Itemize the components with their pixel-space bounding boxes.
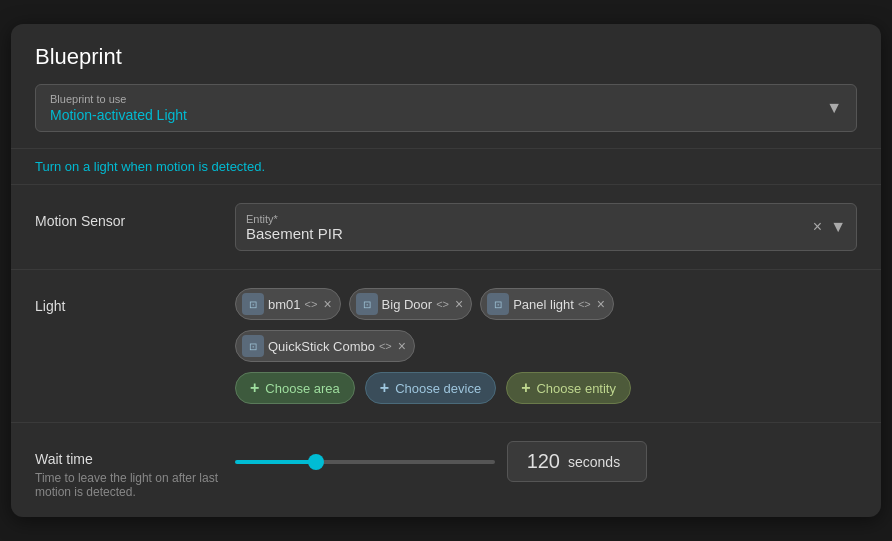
chip-panel-light: ⊡ Panel light <> ×	[480, 288, 614, 320]
light-label: Light	[35, 288, 235, 314]
blueprint-card: Blueprint Blueprint to use Motion-activa…	[11, 24, 881, 517]
blueprint-description: Turn on a light when motion is detected.	[11, 149, 881, 185]
entity-field-value: Basement PIR	[246, 225, 811, 242]
add-area-label: Choose area	[265, 381, 339, 396]
wait-time-value-box: 120 seconds	[507, 441, 647, 482]
light-chips-row2: ⊡ QuickStick Combo <> ×	[235, 330, 857, 362]
entity-clear-icon[interactable]: ×	[811, 216, 824, 238]
chip-icon-panel-light: ⊡	[487, 293, 509, 315]
chip-remove-panel-light[interactable]: ×	[597, 296, 605, 312]
motion-sensor-row: Motion Sensor Entity* Basement PIR × ▼	[11, 185, 881, 270]
add-device-plus-icon: +	[380, 379, 389, 397]
wait-time-row: Wait time Time to leave the light on aft…	[11, 423, 881, 517]
chip-label-panel-light: Panel light	[513, 297, 574, 312]
add-device-button[interactable]: + Choose device	[365, 372, 496, 404]
wait-time-content: 120 seconds	[235, 441, 857, 482]
chip-code-bm01[interactable]: <>	[305, 298, 318, 310]
light-row: Light ⊡ bm01 <> × ⊡ Big Door <> ×	[11, 270, 881, 423]
chip-code-panel-light[interactable]: <>	[578, 298, 591, 310]
chip-label-quickstick: QuickStick Combo	[268, 339, 375, 354]
add-entity-plus-icon: +	[521, 379, 530, 397]
chip-quickstick: ⊡ QuickStick Combo <> ×	[235, 330, 415, 362]
blueprint-selector[interactable]: Blueprint to use Motion-activated Light …	[35, 84, 857, 132]
wait-time-value: 120	[520, 450, 560, 473]
add-area-plus-icon: +	[250, 379, 259, 397]
wait-time-unit: seconds	[568, 454, 620, 470]
chip-code-quickstick[interactable]: <>	[379, 340, 392, 352]
chip-big-door: ⊡ Big Door <> ×	[349, 288, 473, 320]
wait-time-label: Wait time	[35, 451, 235, 467]
entity-actions: × ▼	[811, 216, 846, 238]
light-content: ⊡ bm01 <> × ⊡ Big Door <> × ⊡ Panel ligh…	[235, 288, 857, 404]
entity-field-inner: Entity* Basement PIR	[246, 213, 811, 242]
chip-remove-quickstick[interactable]: ×	[398, 338, 406, 354]
chip-remove-big-door[interactable]: ×	[455, 296, 463, 312]
motion-sensor-content: Entity* Basement PIR × ▼	[235, 203, 857, 251]
add-entity-button[interactable]: + Choose entity	[506, 372, 631, 404]
chip-remove-bm01[interactable]: ×	[323, 296, 331, 312]
chip-icon-quickstick: ⊡	[242, 335, 264, 357]
motion-sensor-label: Motion Sensor	[35, 203, 235, 229]
add-area-button[interactable]: + Choose area	[235, 372, 355, 404]
slider-container: 120 seconds	[235, 441, 857, 482]
wait-time-slider[interactable]	[235, 460, 495, 464]
chip-bm01: ⊡ bm01 <> ×	[235, 288, 341, 320]
light-chips-row1: ⊡ bm01 <> × ⊡ Big Door <> × ⊡ Panel ligh…	[235, 288, 857, 320]
chip-label-bm01: bm01	[268, 297, 301, 312]
config-rows: Motion Sensor Entity* Basement PIR × ▼	[11, 185, 881, 517]
card-header: Blueprint Blueprint to use Motion-activa…	[11, 24, 881, 149]
wait-time-label-container: Wait time Time to leave the light on aft…	[35, 441, 235, 499]
wait-time-sublabel: Time to leave the light on after last mo…	[35, 471, 235, 499]
add-buttons: + Choose area + Choose device + Choose e…	[235, 372, 857, 404]
chip-code-big-door[interactable]: <>	[436, 298, 449, 310]
entity-field[interactable]: Entity* Basement PIR × ▼	[235, 203, 857, 251]
blueprint-field-label: Blueprint to use	[50, 93, 842, 105]
add-device-label: Choose device	[395, 381, 481, 396]
entity-dropdown-icon[interactable]: ▼	[830, 218, 846, 236]
chip-label-big-door: Big Door	[382, 297, 433, 312]
blueprint-field-value: Motion-activated Light	[50, 107, 842, 123]
chip-icon-bm01: ⊡	[242, 293, 264, 315]
add-entity-label: Choose entity	[536, 381, 616, 396]
page-title: Blueprint	[35, 44, 857, 70]
blueprint-dropdown-icon: ▼	[826, 99, 842, 117]
entity-field-label: Entity*	[246, 213, 811, 225]
chip-icon-big-door: ⊡	[356, 293, 378, 315]
